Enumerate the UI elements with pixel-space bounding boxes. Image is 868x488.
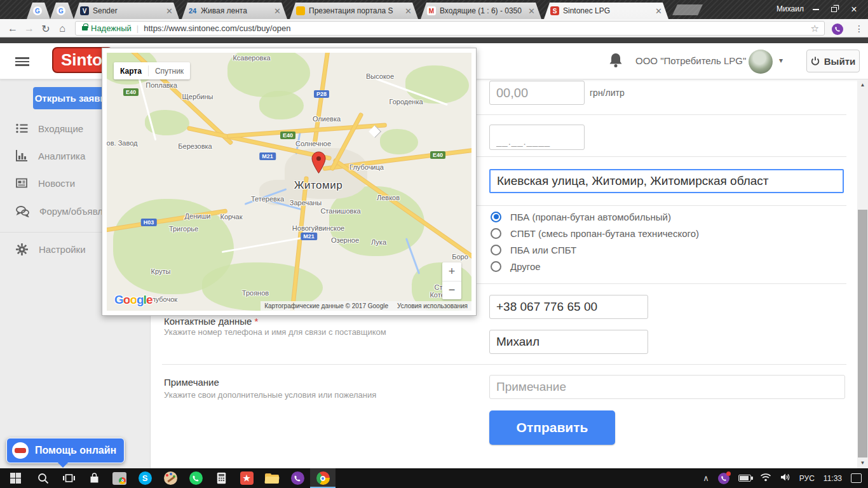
- note-input[interactable]: [489, 375, 845, 399]
- map-terms-link[interactable]: Условия использования: [397, 302, 468, 309]
- search-icon[interactable]: [31, 468, 56, 488]
- wunderlist-icon[interactable]: ★: [234, 468, 259, 488]
- news-icon: [15, 177, 28, 189]
- tab-label: Живая лента: [201, 6, 268, 15]
- fuel-option-other[interactable]: Другое: [491, 259, 541, 273]
- skype-icon[interactable]: S: [132, 468, 158, 488]
- logout-button[interactable]: Выйти: [806, 50, 860, 72]
- fuel-option-pba[interactable]: ПБА (пропан-бутан автомобильный): [491, 210, 671, 224]
- settings-gear-icon: [15, 243, 29, 256]
- tab-close-icon[interactable]: ✕: [405, 6, 412, 16]
- bookmark-star-icon[interactable]: ☆: [811, 23, 819, 34]
- tab-close-icon[interactable]: ✕: [274, 6, 281, 16]
- map-label: Городенка: [389, 98, 423, 105]
- zoom-in-button[interactable]: +: [442, 262, 461, 281]
- address-input[interactable]: [489, 169, 844, 193]
- google-map[interactable]: E40 P28 E40 M21 E40 M21 H03 Ксаверовка В…: [107, 53, 471, 311]
- notifications-bell-icon[interactable]: [609, 52, 623, 70]
- map-type-map-button[interactable]: Карта: [114, 67, 148, 76]
- avatar[interactable]: [749, 50, 773, 74]
- browser-menu-icon[interactable]: ⋮: [851, 21, 867, 36]
- clock[interactable]: 11:33: [824, 474, 842, 483]
- price-input[interactable]: [489, 81, 585, 105]
- account-dropdown-caret-icon[interactable]: ▾: [779, 56, 783, 65]
- analytics-icon: [15, 149, 28, 162]
- back-icon[interactable]: ←: [5, 21, 20, 36]
- fuel-option-spbt[interactable]: СПБТ (смесь пропан-бутана технического): [491, 226, 699, 240]
- action-center-icon[interactable]: [851, 473, 862, 483]
- tab-bitrix24[interactable]: 24 Живая лента ✕: [182, 3, 287, 19]
- tab-presentation[interactable]: Презентация портала S ✕: [290, 3, 418, 19]
- whatsapp-icon[interactable]: [183, 468, 208, 488]
- radio-icon[interactable]: [491, 212, 501, 222]
- start-icon[interactable]: [0, 468, 31, 488]
- map-type-satellite-button[interactable]: Спутник: [149, 67, 190, 76]
- photos-icon[interactable]: [107, 468, 132, 488]
- map-marker-pin[interactable]: [311, 151, 326, 174]
- task-view-icon[interactable]: [56, 468, 81, 488]
- language-indicator[interactable]: РУС: [799, 474, 815, 483]
- reload-icon[interactable]: ↻: [38, 21, 53, 36]
- battery-icon[interactable]: [738, 475, 751, 482]
- road-badge: E40: [123, 88, 139, 96]
- windows-taskbar: S ★ ∧ РУС 11:33: [0, 468, 868, 488]
- paint-icon[interactable]: [158, 468, 183, 488]
- radio-icon[interactable]: [491, 228, 501, 239]
- pinned-tab-google-1[interactable]: G: [27, 3, 50, 19]
- chrome-icon[interactable]: [310, 468, 336, 488]
- map-label: Корчак: [220, 213, 242, 220]
- scroll-up-arrow[interactable]: ▲: [857, 79, 868, 90]
- restore-button[interactable]: [825, 4, 843, 15]
- page-scrollbar[interactable]: ▲ ▼: [857, 79, 868, 468]
- tray-viber-icon[interactable]: [718, 473, 729, 484]
- radio-icon[interactable]: [491, 245, 501, 255]
- map-label: ов. Завод: [107, 139, 137, 147]
- map-label: Глубочица: [349, 163, 384, 171]
- profile-name[interactable]: Михаил: [776, 4, 804, 13]
- map-attribution: Картографические данные © 2017 Google Ус…: [261, 301, 471, 311]
- open-request-button[interactable]: Открыть заявку: [33, 87, 112, 109]
- scroll-down-arrow[interactable]: ▼: [857, 458, 868, 468]
- road-badge: E40: [430, 151, 445, 159]
- explorer-icon[interactable]: [259, 468, 285, 488]
- viber-icon[interactable]: [285, 468, 310, 488]
- pinned-tab-google-2[interactable]: G: [50, 3, 74, 19]
- radio-icon[interactable]: [491, 261, 501, 272]
- map-label: Ксаверовка: [233, 54, 270, 62]
- hamburger-menu-icon[interactable]: [15, 55, 29, 68]
- tray-expand-icon[interactable]: ∧: [703, 473, 709, 483]
- map-label: Тетеревка: [251, 195, 284, 203]
- phone-input[interactable]: [489, 295, 648, 319]
- tab-close-icon[interactable]: ✕: [528, 6, 535, 16]
- date-input[interactable]: [489, 125, 585, 150]
- home-icon[interactable]: ⌂: [55, 21, 70, 36]
- forward-icon[interactable]: →: [22, 21, 37, 36]
- tab-label: Входящие (1 : 6) - 03507: [440, 6, 522, 15]
- new-tab-button[interactable]: [672, 4, 703, 15]
- fuel-option-pba-or-spbt[interactable]: ПБА или СПБТ: [491, 243, 576, 257]
- tab-gmail[interactable]: M Входящие (1 : 6) - 03507 ✕: [421, 3, 541, 19]
- map-label: Озерное: [331, 236, 359, 244]
- map-label: Левков: [377, 194, 400, 201]
- browser-toolbar: ← → ↻ ⌂ Надежный | https://www.sintonec.…: [0, 19, 868, 37]
- viber-extension-icon[interactable]: [830, 22, 845, 37]
- volume-icon[interactable]: [780, 473, 790, 484]
- scrollbar-thumb[interactable]: [858, 210, 867, 458]
- tab-label: Sintonec LPG: [563, 6, 649, 15]
- map-label: Круты: [151, 268, 171, 275]
- tab-sintonec-active[interactable]: S Sintonec LPG ✕: [544, 3, 668, 19]
- address-bar[interactable]: Надежный | https://www.sintonec.com/cust…: [75, 21, 825, 36]
- contact-name-input[interactable]: [489, 330, 648, 354]
- tab-close-icon[interactable]: ✕: [655, 6, 662, 16]
- zoom-out-button[interactable]: −: [442, 281, 461, 300]
- online-help-button[interactable]: Помощь онлайн: [6, 438, 125, 463]
- close-button[interactable]: ×: [845, 4, 863, 15]
- wifi-icon[interactable]: [760, 473, 771, 484]
- minimize-button[interactable]: [807, 4, 825, 15]
- store-icon[interactable]: [81, 468, 107, 488]
- tab-sender[interactable]: V Sender ✕: [74, 3, 179, 19]
- submit-button[interactable]: Отправить: [489, 410, 615, 445]
- calculator-icon[interactable]: [208, 468, 234, 488]
- road-badge: P28: [314, 90, 329, 98]
- tab-close-icon[interactable]: ✕: [166, 6, 173, 16]
